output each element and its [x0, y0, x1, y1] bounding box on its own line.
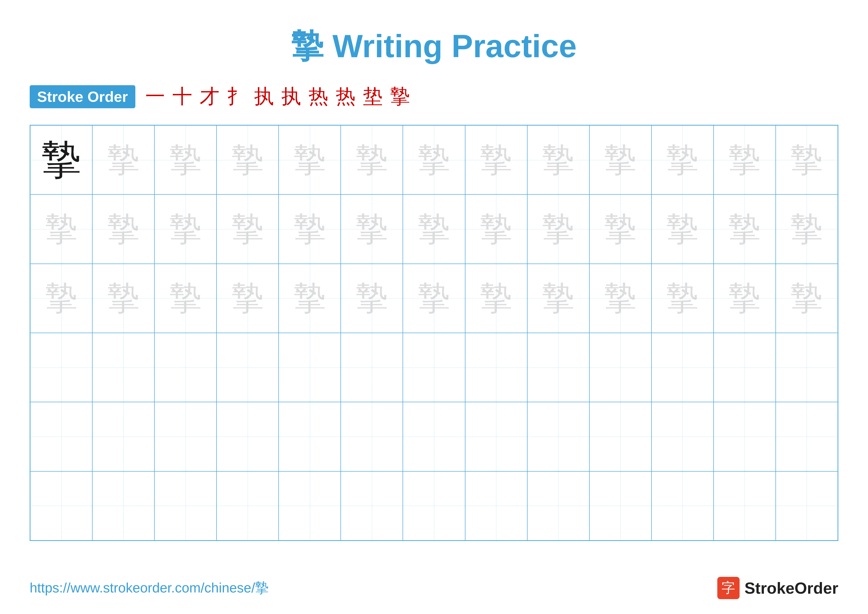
- char-ghost: 摯: [232, 213, 264, 245]
- grid-cell[interactable]: [651, 471, 714, 541]
- grid-cell[interactable]: [465, 402, 527, 471]
- grid-cell[interactable]: 摯: [527, 194, 589, 264]
- grid-cell[interactable]: 摯: [403, 194, 465, 264]
- char-ghost: 摯: [232, 144, 264, 176]
- grid-cell[interactable]: 摯: [403, 125, 465, 194]
- grid-cell[interactable]: [589, 471, 651, 541]
- grid-cell[interactable]: [154, 333, 217, 402]
- stroke-order-badge: Stroke Order: [30, 85, 135, 108]
- grid-cell[interactable]: 摯: [30, 194, 92, 264]
- grid-cell[interactable]: [527, 402, 589, 471]
- grid-cell[interactable]: [403, 333, 465, 402]
- grid-cell[interactable]: [776, 402, 838, 471]
- grid-cell[interactable]: [217, 333, 279, 402]
- grid-cell[interactable]: [714, 471, 776, 541]
- grid-cell[interactable]: [217, 471, 279, 541]
- grid-cell[interactable]: [279, 333, 341, 402]
- grid-cell[interactable]: [217, 402, 279, 471]
- grid-cell[interactable]: 摯: [651, 194, 714, 264]
- grid-cell[interactable]: 摯: [714, 125, 776, 194]
- grid-cell[interactable]: [589, 402, 651, 471]
- grid-cell[interactable]: [92, 471, 154, 541]
- grid-cell[interactable]: [776, 333, 838, 402]
- grid-cell[interactable]: 摯: [776, 125, 838, 194]
- grid-cell[interactable]: 摯: [341, 194, 403, 264]
- footer: https://www.strokeorder.com/chinese/摯 字 …: [30, 577, 838, 599]
- grid-cell[interactable]: [279, 402, 341, 471]
- grid-cell[interactable]: 摯: [92, 125, 154, 194]
- stroke-step-6: 热: [308, 83, 329, 110]
- grid-cell[interactable]: [154, 402, 217, 471]
- grid-cell[interactable]: [30, 333, 92, 402]
- grid-cell[interactable]: 摯: [403, 264, 465, 333]
- stroke-step-7: 热: [336, 83, 356, 110]
- grid-cell[interactable]: 摯: [154, 194, 217, 264]
- grid-cell[interactable]: 摯: [651, 125, 714, 194]
- grid-cell[interactable]: 摯: [589, 194, 651, 264]
- grid-cell[interactable]: 摯: [279, 194, 341, 264]
- grid-cell[interactable]: [589, 333, 651, 402]
- grid-cell[interactable]: 摯: [465, 125, 527, 194]
- grid-cell[interactable]: 摯: [154, 125, 217, 194]
- grid-cell[interactable]: [651, 333, 714, 402]
- grid-cell[interactable]: [341, 471, 403, 541]
- grid-cell[interactable]: [92, 333, 154, 402]
- char-main: 摯: [42, 140, 81, 180]
- grid-cell[interactable]: [341, 402, 403, 471]
- grid-cell[interactable]: 摯: [589, 125, 651, 194]
- grid-cell[interactable]: [30, 402, 92, 471]
- char-ghost: 摯: [107, 144, 140, 176]
- footer-logo-text: StrokeOrder: [744, 579, 838, 597]
- grid-cell[interactable]: [154, 471, 217, 541]
- grid-cell[interactable]: [279, 471, 341, 541]
- grid-cell[interactable]: [776, 471, 838, 541]
- grid-cell[interactable]: [403, 471, 465, 541]
- char-ghost: 摯: [294, 144, 326, 176]
- grid-cell[interactable]: 摯: [279, 264, 341, 333]
- grid-cell[interactable]: 摯: [776, 194, 838, 264]
- grid-cell[interactable]: [527, 471, 589, 541]
- grid-cell[interactable]: 摯: [651, 264, 714, 333]
- grid-cell[interactable]: 摯: [714, 194, 776, 264]
- grid-cell[interactable]: 摯: [341, 125, 403, 194]
- char-ghost: 摯: [356, 213, 388, 245]
- grid-cell[interactable]: [403, 402, 465, 471]
- grid-cell[interactable]: 摯: [92, 194, 154, 264]
- char-ghost: 摯: [666, 213, 699, 245]
- grid-cell[interactable]: [465, 333, 527, 402]
- stroke-step-9: 摯: [390, 83, 410, 110]
- grid-cell[interactable]: 摯: [776, 264, 838, 333]
- page-title: 摯 Writing Practice: [30, 25, 838, 68]
- char-ghost: 摯: [169, 213, 202, 245]
- stroke-steps: 一十才扌执执热热垫摯: [145, 83, 410, 110]
- grid-cell[interactable]: 摯: [154, 264, 217, 333]
- grid-cell[interactable]: [714, 333, 776, 402]
- grid-cell[interactable]: 摯: [30, 264, 92, 333]
- grid-cell[interactable]: 摯: [527, 264, 589, 333]
- grid-cell[interactable]: [465, 471, 527, 541]
- grid-cell[interactable]: 摯: [217, 194, 279, 264]
- grid-cell[interactable]: 摯: [527, 125, 589, 194]
- grid-cell[interactable]: 摯: [341, 264, 403, 333]
- grid-cell[interactable]: 摯: [465, 264, 527, 333]
- char-ghost: 摯: [604, 282, 636, 314]
- grid-cell[interactable]: [527, 333, 589, 402]
- grid-cell[interactable]: 摯: [92, 264, 154, 333]
- grid-cell[interactable]: [92, 402, 154, 471]
- grid-cell[interactable]: [30, 471, 92, 541]
- grid-cell[interactable]: [341, 333, 403, 402]
- grid-cell[interactable]: [651, 402, 714, 471]
- char-ghost: 摯: [666, 144, 699, 176]
- grid-cell[interactable]: 摯: [279, 125, 341, 194]
- char-ghost: 摯: [294, 213, 326, 245]
- grid-cell[interactable]: 摯: [217, 264, 279, 333]
- grid-cell[interactable]: 摯: [589, 264, 651, 333]
- stroke-step-4: 执: [254, 83, 274, 110]
- grid-cell[interactable]: 摯: [217, 125, 279, 194]
- grid-cell[interactable]: 摯: [30, 125, 92, 194]
- char-ghost: 摯: [542, 213, 574, 245]
- grid-cell[interactable]: [714, 402, 776, 471]
- grid-cell[interactable]: 摯: [465, 194, 527, 264]
- grid-cell[interactable]: 摯: [714, 264, 776, 333]
- stroke-step-1: 十: [172, 83, 192, 110]
